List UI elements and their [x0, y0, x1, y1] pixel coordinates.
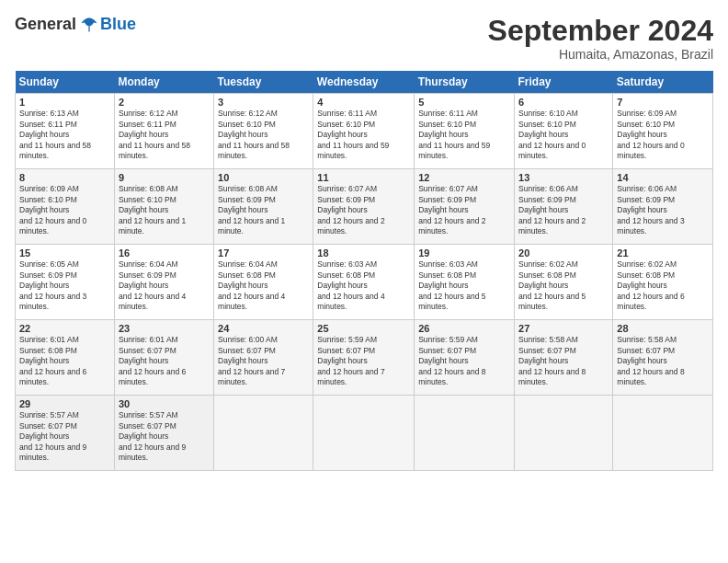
calendar-cell: 24Sunrise: 6:00 AMSunset: 6:07 PMDayligh…	[214, 320, 313, 396]
calendar-header-row: SundayMondayTuesdayWednesdayThursdayFrid…	[16, 71, 713, 94]
calendar-cell: 25Sunrise: 5:59 AMSunset: 6:07 PMDayligh…	[313, 320, 415, 396]
day-number: 5	[418, 97, 510, 108]
calendar-week-row: 8Sunrise: 6:09 AMSunset: 6:10 PMDaylight…	[16, 169, 713, 245]
calendar-cell	[415, 396, 515, 471]
day-number: 15	[19, 247, 110, 259]
calendar-cell	[515, 396, 613, 471]
day-number: 28	[617, 323, 709, 334]
calendar-cell: 11Sunrise: 6:07 AMSunset: 6:09 PMDayligh…	[313, 169, 415, 245]
calendar-cell: 28Sunrise: 5:58 AMSunset: 6:07 PMDayligh…	[613, 320, 713, 396]
day-number: 7	[617, 97, 709, 108]
day-info: Sunrise: 6:07 AMSunset: 6:09 PMDaylight …	[317, 184, 410, 236]
day-number: 16	[119, 247, 210, 259]
day-number: 20	[518, 247, 609, 259]
calendar-cell: 27Sunrise: 5:58 AMSunset: 6:07 PMDayligh…	[515, 320, 613, 396]
calendar-cell: 26Sunrise: 5:59 AMSunset: 6:07 PMDayligh…	[415, 320, 515, 396]
calendar-cell: 5Sunrise: 6:11 AMSunset: 6:10 PMDaylight…	[415, 94, 515, 169]
calendar-cell: 15Sunrise: 6:05 AMSunset: 6:09 PMDayligh…	[16, 245, 115, 320]
day-number: 29	[19, 398, 110, 409]
day-info: Sunrise: 6:12 AMSunset: 6:11 PMDaylight …	[119, 109, 210, 161]
day-number: 6	[518, 97, 609, 108]
day-number: 12	[418, 172, 510, 183]
day-info: Sunrise: 6:05 AMSunset: 6:09 PMDaylight …	[19, 259, 110, 312]
day-info: Sunrise: 6:01 AMSunset: 6:07 PMDaylight …	[119, 335, 210, 387]
day-info: Sunrise: 6:06 AMSunset: 6:09 PMDaylight …	[518, 184, 609, 236]
calendar-cell: 29Sunrise: 5:57 AMSunset: 6:07 PMDayligh…	[16, 396, 115, 471]
day-info: Sunrise: 6:02 AMSunset: 6:08 PMDaylight …	[617, 259, 709, 312]
calendar-cell: 18Sunrise: 6:03 AMSunset: 6:08 PMDayligh…	[313, 245, 415, 320]
page: { "header": { "logo_general": "General",…	[0, 0, 728, 563]
calendar-cell: 4Sunrise: 6:11 AMSunset: 6:10 PMDaylight…	[313, 94, 415, 169]
day-info: Sunrise: 6:12 AMSunset: 6:10 PMDaylight …	[218, 109, 309, 161]
location: Humaita, Amazonas, Brazil	[488, 47, 713, 62]
day-info: Sunrise: 5:58 AMSunset: 6:07 PMDaylight …	[518, 335, 609, 387]
day-info: Sunrise: 5:58 AMSunset: 6:07 PMDaylight …	[617, 335, 709, 387]
calendar-cell: 16Sunrise: 6:04 AMSunset: 6:09 PMDayligh…	[114, 245, 213, 320]
calendar-week-row: 15Sunrise: 6:05 AMSunset: 6:09 PMDayligh…	[16, 245, 713, 320]
day-info: Sunrise: 6:04 AMSunset: 6:09 PMDaylight …	[119, 259, 210, 312]
day-number: 19	[418, 247, 510, 259]
day-info: Sunrise: 6:11 AMSunset: 6:10 PMDaylight …	[317, 109, 410, 161]
day-number: 25	[317, 323, 410, 334]
day-info: Sunrise: 6:01 AMSunset: 6:08 PMDaylight …	[19, 335, 110, 387]
day-info: Sunrise: 6:08 AMSunset: 6:10 PMDaylight …	[119, 184, 210, 236]
logo-general-text: General	[15, 15, 76, 34]
calendar-cell: 17Sunrise: 6:04 AMSunset: 6:08 PMDayligh…	[214, 245, 313, 320]
day-of-week-friday: Friday	[515, 71, 613, 94]
calendar-cell: 1Sunrise: 6:13 AMSunset: 6:11 PMDaylight…	[16, 94, 115, 169]
day-number: 23	[119, 323, 210, 334]
calendar-cell	[613, 396, 713, 471]
day-number: 24	[218, 323, 309, 334]
calendar-cell: 13Sunrise: 6:06 AMSunset: 6:09 PMDayligh…	[515, 169, 613, 245]
day-number: 8	[19, 172, 110, 183]
day-number: 17	[218, 247, 309, 259]
day-number: 1	[19, 97, 110, 108]
day-info: Sunrise: 6:06 AMSunset: 6:09 PMDaylight …	[617, 184, 709, 236]
day-number: 4	[317, 97, 410, 108]
calendar-cell: 7Sunrise: 6:09 AMSunset: 6:10 PMDaylight…	[613, 94, 713, 169]
day-info: Sunrise: 6:09 AMSunset: 6:10 PMDaylight …	[617, 109, 709, 161]
title-area: September 2024 Humaita, Amazonas, Brazil	[488, 15, 713, 62]
calendar-cell: 2Sunrise: 6:12 AMSunset: 6:11 PMDaylight…	[114, 94, 213, 169]
calendar-table: SundayMondayTuesdayWednesdayThursdayFrid…	[15, 71, 713, 471]
day-info: Sunrise: 5:59 AMSunset: 6:07 PMDaylight …	[317, 335, 410, 387]
day-of-week-monday: Monday	[114, 71, 213, 94]
day-of-week-saturday: Saturday	[613, 71, 713, 94]
calendar-cell: 10Sunrise: 6:08 AMSunset: 6:09 PMDayligh…	[214, 169, 313, 245]
calendar-cell: 30Sunrise: 5:57 AMSunset: 6:07 PMDayligh…	[114, 396, 213, 471]
day-of-week-sunday: Sunday	[16, 71, 115, 94]
logo: General Blue	[15, 15, 136, 34]
day-of-week-tuesday: Tuesday	[214, 71, 313, 94]
day-number: 27	[518, 323, 609, 334]
day-info: Sunrise: 6:00 AMSunset: 6:07 PMDaylight …	[218, 335, 309, 387]
calendar-cell: 14Sunrise: 6:06 AMSunset: 6:09 PMDayligh…	[613, 169, 713, 245]
calendar-week-row: 29Sunrise: 5:57 AMSunset: 6:07 PMDayligh…	[16, 396, 713, 471]
day-info: Sunrise: 5:57 AMSunset: 6:07 PMDaylight …	[119, 410, 210, 463]
day-of-week-thursday: Thursday	[415, 71, 515, 94]
day-info: Sunrise: 6:03 AMSunset: 6:08 PMDaylight …	[418, 259, 510, 312]
day-info: Sunrise: 6:08 AMSunset: 6:09 PMDaylight …	[218, 184, 309, 236]
day-number: 2	[119, 97, 210, 108]
calendar-cell: 9Sunrise: 6:08 AMSunset: 6:10 PMDaylight…	[114, 169, 213, 245]
day-number: 3	[218, 97, 309, 108]
logo-bird-icon	[80, 16, 98, 34]
logo-blue-text: Blue	[100, 15, 136, 34]
day-number: 13	[518, 172, 609, 183]
day-number: 22	[19, 323, 110, 334]
calendar-cell: 22Sunrise: 6:01 AMSunset: 6:08 PMDayligh…	[16, 320, 115, 396]
day-number: 26	[418, 323, 510, 334]
calendar-cell: 3Sunrise: 6:12 AMSunset: 6:10 PMDaylight…	[214, 94, 313, 169]
day-number: 11	[317, 172, 410, 183]
calendar-cell: 12Sunrise: 6:07 AMSunset: 6:09 PMDayligh…	[415, 169, 515, 245]
day-info: Sunrise: 6:03 AMSunset: 6:08 PMDaylight …	[317, 259, 410, 312]
day-info: Sunrise: 6:02 AMSunset: 6:08 PMDaylight …	[518, 259, 609, 312]
calendar-cell: 6Sunrise: 6:10 AMSunset: 6:10 PMDaylight…	[515, 94, 613, 169]
calendar-week-row: 1Sunrise: 6:13 AMSunset: 6:11 PMDaylight…	[16, 94, 713, 169]
calendar-cell: 21Sunrise: 6:02 AMSunset: 6:08 PMDayligh…	[613, 245, 713, 320]
calendar-cell	[313, 396, 415, 471]
day-info: Sunrise: 6:10 AMSunset: 6:10 PMDaylight …	[518, 109, 609, 161]
day-info: Sunrise: 6:07 AMSunset: 6:09 PMDaylight …	[418, 184, 510, 236]
calendar-cell: 20Sunrise: 6:02 AMSunset: 6:08 PMDayligh…	[515, 245, 613, 320]
day-info: Sunrise: 5:57 AMSunset: 6:07 PMDaylight …	[19, 410, 110, 463]
day-number: 21	[617, 247, 709, 259]
